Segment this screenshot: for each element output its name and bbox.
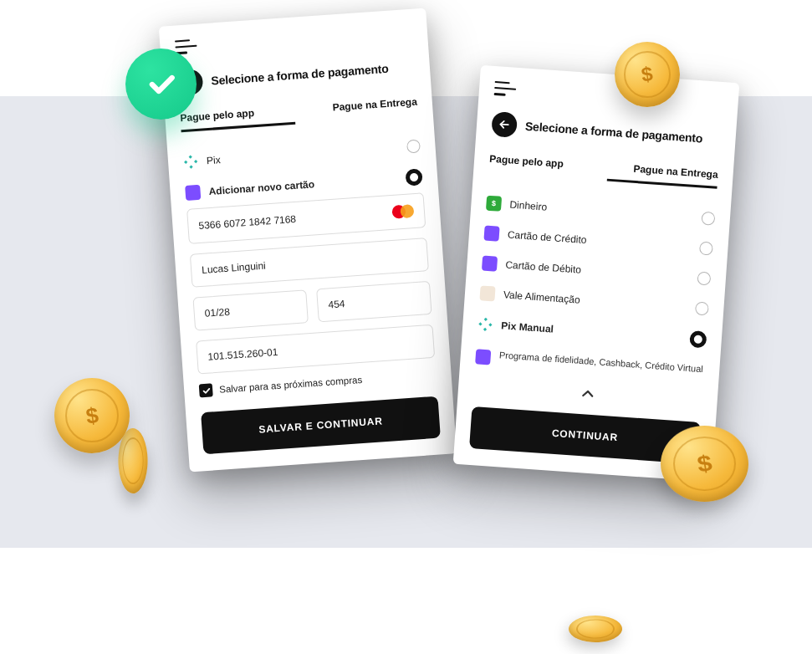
radio-selected[interactable] <box>689 330 707 348</box>
save-card-row[interactable]: Salvar para as próximas compras <box>199 368 437 398</box>
cash-icon: $ <box>486 196 502 212</box>
page-title: Selecione a forma de pagamento <box>211 62 389 88</box>
stage: $ $ $ Selecione a forma de pagamento Pag… <box>0 0 812 654</box>
radio-unselected[interactable] <box>695 301 709 315</box>
tab-pay-in-app[interactable]: Pague pelo app <box>180 105 295 132</box>
back-button[interactable] <box>491 111 518 138</box>
radio-selected[interactable] <box>405 168 422 186</box>
save-card-label: Salvar para as próximas compras <box>219 375 363 395</box>
meal-voucher-icon <box>479 285 495 301</box>
svg-rect-4 <box>194 160 197 163</box>
card-icon <box>185 185 201 201</box>
card-icon <box>475 349 491 365</box>
svg-rect-3 <box>184 161 187 164</box>
payment-option-label: Cartão de Débito <box>505 258 689 283</box>
expiry-value: 01/28 <box>204 306 230 319</box>
svg-rect-7 <box>483 328 487 331</box>
radio-unselected[interactable] <box>697 271 711 285</box>
save-continue-button[interactable]: SALVAR E CONTINUAR <box>201 396 441 455</box>
radio-unselected[interactable] <box>701 212 715 226</box>
card-icon <box>482 255 498 271</box>
cpf-value: 101.515.260-01 <box>207 346 278 363</box>
tab-pay-on-delivery[interactable]: Pague na Entrega <box>303 95 418 123</box>
coin-decoration: $ <box>54 378 130 453</box>
payment-option-label: Adicionar novo cartão <box>208 172 397 197</box>
payment-option-label: Programa de fidelidade, Cashback, Crédit… <box>498 349 704 376</box>
coin-decoration: $ <box>661 426 748 502</box>
card-icon <box>483 226 499 242</box>
success-check-badge <box>125 49 197 120</box>
svg-rect-6 <box>484 318 488 321</box>
tab-pay-on-delivery[interactable]: Pague na Entrega <box>607 161 718 189</box>
checkbox-checked[interactable] <box>199 383 213 397</box>
svg-rect-9 <box>488 323 492 326</box>
pix-icon <box>477 316 493 332</box>
phone-pay-in-app: Selecione a forma de pagamento Pague pel… <box>159 8 457 472</box>
cardholder-name-value: Lucas Linguini <box>202 260 267 276</box>
mastercard-icon <box>391 204 414 219</box>
payment-option-label: Cartão de Crédito <box>507 229 691 253</box>
pix-icon <box>183 154 199 170</box>
radio-unselected[interactable] <box>406 139 421 153</box>
cvv-field[interactable]: 454 <box>316 281 432 322</box>
svg-rect-8 <box>478 322 482 325</box>
card-number-value: 5366 6072 1842 7168 <box>198 213 296 232</box>
payment-option-label: Pix Manual <box>501 319 682 344</box>
coin-decoration: $ <box>615 42 680 107</box>
svg-rect-1 <box>189 155 192 158</box>
coin-decoration <box>565 614 626 644</box>
phone-pay-on-delivery: Selecione a forma de pagamento Pague pel… <box>453 65 740 482</box>
payment-option-label: Vale Alimentação <box>503 289 687 313</box>
radio-unselected[interactable] <box>699 242 713 256</box>
tab-pay-in-app[interactable]: Pague pelo app <box>488 153 600 181</box>
expiry-field[interactable]: 01/28 <box>192 289 308 330</box>
menu-icon[interactable] <box>493 81 516 98</box>
svg-rect-2 <box>189 165 192 168</box>
cardholder-name-field[interactable]: Lucas Linguini <box>190 238 429 288</box>
payment-option-label: Dinheiro <box>509 199 693 223</box>
cvv-value: 454 <box>328 298 345 310</box>
page-title: Selecione a forma de pagamento <box>525 120 703 146</box>
payment-option-label: Pix <box>207 141 399 166</box>
